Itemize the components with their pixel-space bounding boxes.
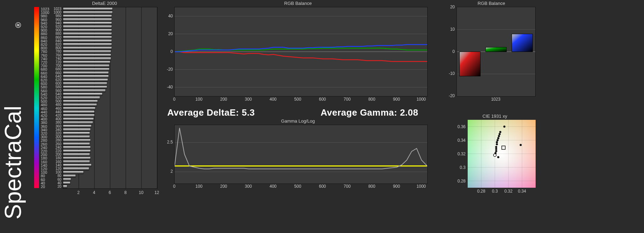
cie-1931-chart (468, 120, 536, 188)
cie-yaxis: 0.280.30.320.340.36 (454, 120, 466, 188)
brand-logo: SpectraCal ® (2, 7, 33, 223)
svg-rect-37 (63, 79, 108, 81)
svg-rect-74 (512, 34, 533, 52)
svg-point-98 (497, 139, 499, 141)
svg-rect-20 (63, 139, 91, 142)
brand-text: SpectraCal (2, 106, 26, 220)
svg-rect-47 (63, 43, 112, 46)
svg-rect-36 (63, 82, 107, 85)
svg-point-97 (496, 141, 498, 143)
svg-rect-49 (63, 36, 112, 39)
svg-point-100 (498, 135, 500, 137)
svg-point-95 (495, 146, 497, 148)
svg-rect-50 (63, 32, 112, 35)
gamma-title: Gamma Log/Log (167, 118, 429, 124)
svg-rect-41 (63, 64, 109, 67)
svg-rect-22 (63, 132, 90, 135)
svg-rect-38 (63, 75, 109, 78)
svg-rect-8 (63, 182, 70, 185)
avg-deltae-stat: Average DeltaE: 5.3 (167, 107, 255, 118)
svg-point-106 (493, 154, 496, 156)
svg-rect-53 (63, 22, 112, 25)
svg-point-94 (495, 148, 497, 150)
svg-rect-15 (63, 157, 91, 160)
svg-point-99 (497, 137, 499, 139)
svg-rect-33 (63, 93, 102, 96)
svg-rect-17 (63, 150, 91, 153)
svg-rect-19 (63, 142, 90, 145)
avg-gamma-stat: Average Gamma: 2.08 (321, 107, 418, 118)
svg-rect-30 (63, 103, 97, 106)
svg-rect-26 (63, 118, 94, 121)
svg-rect-35 (63, 86, 107, 88)
deltae-chart (63, 7, 158, 189)
color-scale-ticks: 2040608010012014016018020022024026028030… (40, 7, 52, 188)
svg-rect-10 (63, 174, 76, 177)
gamma-yaxis: 22.5 (163, 125, 174, 183)
svg-rect-48 (63, 40, 112, 42)
svg-point-93 (495, 150, 497, 152)
cie-title: CIE 1931 xy (453, 114, 537, 119)
svg-rect-11 (63, 171, 84, 174)
deltae-ylabels: 2040608010012014016018020022024026028030… (52, 7, 62, 188)
svg-rect-23 (63, 129, 91, 131)
deltae-title: DeltaE 2000 (52, 1, 157, 6)
rgb-line-yaxis: -40-2002040 (163, 7, 174, 96)
svg-rect-55 (63, 15, 112, 17)
gamma-chart (174, 125, 428, 184)
deltae-xaxis: 24681012 (63, 189, 157, 196)
svg-point-96 (496, 143, 498, 145)
svg-rect-73 (486, 47, 507, 52)
rgb-balance-line-chart (174, 7, 428, 96)
svg-rect-46 (63, 47, 112, 49)
rgb-bar-title: RGB Balance (446, 1, 537, 6)
svg-rect-51 (63, 29, 112, 32)
svg-rect-7 (63, 185, 67, 188)
gamma-xaxis: 01002003004005006007008009001000 (174, 184, 427, 190)
svg-rect-14 (63, 160, 90, 163)
svg-rect-16 (63, 153, 90, 156)
rgb-line-xaxis: 01002003004005006007008009001000 (174, 97, 427, 103)
svg-point-102 (499, 131, 501, 133)
svg-rect-18 (63, 146, 91, 149)
svg-rect-25 (63, 121, 93, 124)
rgb-line-title: RGB Balance (167, 1, 429, 6)
svg-rect-56 (63, 11, 113, 14)
rgb-bar-yaxis: -20-1001020 (444, 7, 455, 96)
svg-rect-40 (63, 68, 109, 71)
svg-rect-21 (63, 135, 90, 138)
svg-rect-29 (63, 107, 95, 110)
svg-rect-28 (63, 111, 94, 114)
svg-rect-24 (63, 125, 91, 127)
svg-rect-27 (63, 114, 94, 117)
svg-rect-72 (460, 52, 481, 76)
svg-rect-54 (63, 18, 112, 21)
svg-point-101 (499, 133, 501, 135)
svg-rect-31 (63, 100, 98, 103)
svg-rect-43 (63, 57, 111, 60)
svg-rect-52 (63, 25, 112, 28)
svg-point-103 (497, 156, 499, 158)
svg-rect-13 (63, 164, 91, 167)
rgb-balance-bar-chart (457, 7, 536, 96)
svg-rect-45 (63, 50, 111, 53)
svg-point-105 (520, 144, 522, 146)
svg-point-104 (503, 126, 505, 128)
svg-rect-12 (63, 168, 89, 170)
rgb-bar-xlabel: 1023 (457, 97, 535, 102)
svg-rect-34 (63, 90, 106, 92)
svg-rect-32 (63, 96, 100, 99)
svg-rect-39 (63, 72, 109, 75)
svg-rect-9 (63, 178, 71, 181)
svg-text:®: ® (14, 22, 23, 28)
cie-xaxis: 0.280.30.320.34 (468, 189, 536, 195)
svg-rect-57 (63, 8, 113, 10)
color-scale-strip (34, 7, 39, 188)
svg-rect-42 (63, 61, 110, 64)
svg-rect-44 (63, 54, 111, 57)
